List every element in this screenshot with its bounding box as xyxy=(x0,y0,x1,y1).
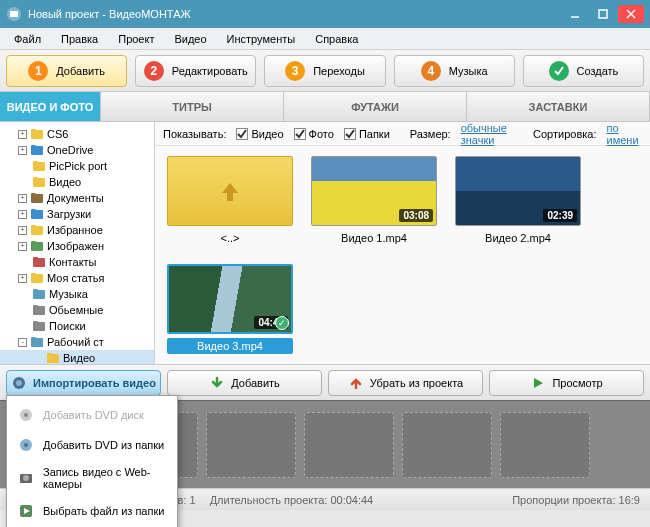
timeline-empty-slot[interactable] xyxy=(304,412,394,478)
menu-проект[interactable]: Проект xyxy=(108,30,164,48)
menu-правка[interactable]: Правка xyxy=(51,30,108,48)
tree-item[interactable]: Контакты xyxy=(0,254,154,270)
tree-item[interactable]: +Избранное xyxy=(0,222,154,238)
popup-icon xyxy=(17,469,35,487)
folder-icon xyxy=(46,351,60,364)
tree-item[interactable]: +Моя статья xyxy=(0,270,154,286)
tree-label: Музыка xyxy=(49,288,88,300)
filter-folders-checkbox[interactable]: Папки xyxy=(344,128,390,140)
folder-icon xyxy=(32,175,46,189)
image-icon xyxy=(30,239,44,253)
tree-item[interactable]: -Рабочий ст xyxy=(0,334,154,350)
svg-rect-11 xyxy=(33,161,38,164)
minimize-button[interactable] xyxy=(562,5,588,23)
popup-label: Добавить DVD из папки xyxy=(43,439,164,451)
timeline-empty-slot[interactable] xyxy=(402,412,492,478)
menu-справка[interactable]: Справка xyxy=(305,30,368,48)
steps-bar: 1Добавить2Редактировать3Переходы4МузыкаС… xyxy=(0,50,650,92)
add-button[interactable]: Добавить xyxy=(167,370,322,396)
expand-icon[interactable]: + xyxy=(18,210,27,219)
down-icon xyxy=(30,207,44,221)
popup-item-1[interactable]: Добавить DVD из папки xyxy=(7,430,177,460)
menu-видео[interactable]: Видео xyxy=(164,30,216,48)
thumbnail-grid[interactable]: <..>03:08Видео 1.mp402:39Видео 2.mp404:4… xyxy=(155,146,650,364)
folder-icon xyxy=(32,159,46,173)
preview-button[interactable]: Просмотр xyxy=(489,370,644,396)
svg-point-44 xyxy=(16,380,22,386)
remove-button[interactable]: Убрать из проекта xyxy=(328,370,483,396)
expand-icon[interactable]: + xyxy=(18,242,27,251)
tree-item[interactable]: +Документы xyxy=(0,190,154,206)
tree-item[interactable]: Поиски xyxy=(0,318,154,334)
timeline-empty-slot[interactable] xyxy=(206,412,296,478)
video-thumb[interactable]: 04:44✓Видео 3.mp4 xyxy=(167,264,293,354)
popup-item-3[interactable]: Выбрать файл из папки xyxy=(7,496,177,526)
expand-icon[interactable]: + xyxy=(18,146,27,155)
tree-item[interactable]: +Изображен xyxy=(0,238,154,254)
file-browser: Показывать: Видео Фото Папки Размер: обы… xyxy=(155,122,650,364)
tab-1[interactable]: ТИТРЫ xyxy=(101,92,284,121)
tab-0[interactable]: ВИДЕО И ФОТО xyxy=(0,92,101,121)
expand-icon[interactable]: + xyxy=(18,130,27,139)
tree-item[interactable]: PicPick port xyxy=(0,158,154,174)
menu-файл[interactable]: Файл xyxy=(4,30,51,48)
popup-icon xyxy=(17,502,35,520)
tab-2[interactable]: ФУТАЖИ xyxy=(284,92,467,121)
video-thumb[interactable]: 02:39Видео 2.mp4 xyxy=(455,156,581,246)
popup-icon xyxy=(17,436,35,454)
tree-label: Видео xyxy=(63,352,95,364)
tree-item[interactable]: Обьемные xyxy=(0,302,154,318)
folder-up[interactable]: <..> xyxy=(167,156,293,246)
duration-badge: 03:08 xyxy=(399,209,433,222)
sort-link[interactable]: по имени xyxy=(607,122,643,146)
folder-tree[interactable]: +CS6+OneDrivePicPick portВидео+Документы… xyxy=(0,122,155,364)
tree-item[interactable]: +CS6 xyxy=(0,126,154,142)
content-area: +CS6+OneDrivePicPick portВидео+Документы… xyxy=(0,122,650,364)
tree-label: PicPick port xyxy=(49,160,107,172)
expand-icon[interactable]: - xyxy=(18,338,27,347)
sort-label: Сортировка: xyxy=(533,128,596,140)
tree-item[interactable]: +Загрузки xyxy=(0,206,154,222)
svg-rect-19 xyxy=(31,225,36,228)
close-button[interactable] xyxy=(618,5,644,23)
step-5[interactable]: Создать xyxy=(523,55,644,87)
window-title: Новый проект - ВидеоМОНТАЖ xyxy=(6,6,560,22)
tree-label: Моя статья xyxy=(47,272,104,284)
expand-icon[interactable]: + xyxy=(18,274,27,283)
cube-icon xyxy=(32,303,46,317)
maximize-button[interactable] xyxy=(590,5,616,23)
content-tabs: ВИДЕО И ФОТОТИТРЫФУТАЖИЗАСТАВКИ xyxy=(0,92,650,122)
svg-rect-15 xyxy=(31,193,36,196)
filter-video-checkbox[interactable]: Видео xyxy=(236,128,283,140)
tree-item[interactable]: Видео xyxy=(0,174,154,190)
up-arrow-icon xyxy=(348,375,364,391)
tree-label: Избранное xyxy=(47,224,103,236)
step-3[interactable]: 3Переходы xyxy=(264,55,385,87)
tab-3[interactable]: ЗАСТАВКИ xyxy=(467,92,650,121)
menubar: ФайлПравкаПроектВидеоИнструментыСправка xyxy=(0,28,650,50)
tree-label: Обьемные xyxy=(49,304,103,316)
step-2[interactable]: 2Редактировать xyxy=(135,55,256,87)
popup-icon xyxy=(17,406,35,424)
step-4[interactable]: 4Музыка xyxy=(394,55,515,87)
timeline-empty-slot[interactable] xyxy=(500,412,590,478)
expand-icon[interactable]: + xyxy=(18,226,27,235)
expand-icon[interactable]: + xyxy=(18,194,27,203)
menu-инструменты[interactable]: Инструменты xyxy=(217,30,306,48)
svg-rect-13 xyxy=(33,177,38,180)
tree-item[interactable]: Музыка xyxy=(0,286,154,302)
filter-photo-checkbox[interactable]: Фото xyxy=(294,128,334,140)
import-video-button[interactable]: Импортировать видео xyxy=(6,370,161,396)
titlebar: Новый проект - ВидеоМОНТАЖ xyxy=(0,0,650,28)
duration-label: Длительность проекта: 00:04:44 xyxy=(210,494,374,506)
step-1[interactable]: 1Добавить xyxy=(6,55,127,87)
tree-item[interactable]: +OneDrive xyxy=(0,142,154,158)
size-link[interactable]: обычные значки xyxy=(461,122,523,146)
tree-item[interactable]: Видео xyxy=(0,350,154,364)
video-thumb[interactable]: 03:08Видео 1.mp4 xyxy=(311,156,437,246)
svg-rect-17 xyxy=(31,209,36,212)
plus-down-icon xyxy=(209,375,225,391)
svg-rect-27 xyxy=(33,289,38,292)
popup-item-2[interactable]: Запись видео с Web-камеры xyxy=(7,460,177,496)
svg-rect-1 xyxy=(10,11,18,17)
